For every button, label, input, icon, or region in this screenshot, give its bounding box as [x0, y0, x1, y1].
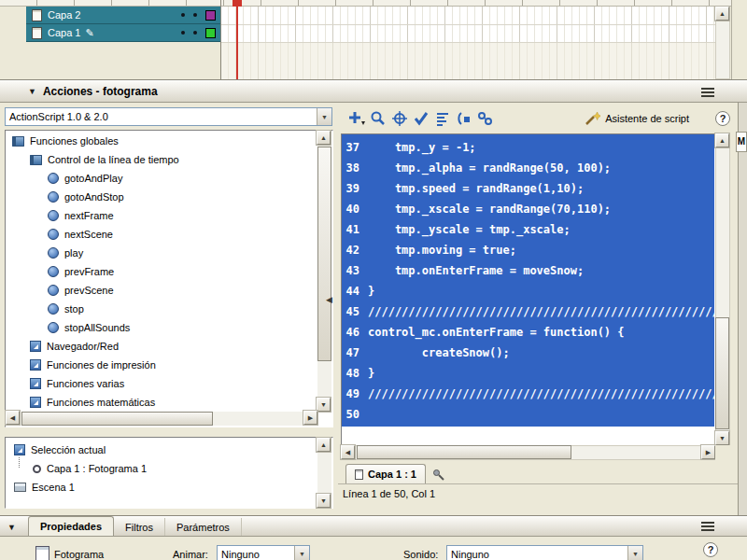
navigator-vscrollbar[interactable]: ▲ ▼ — [317, 439, 331, 507]
chevron-down-icon[interactable]: ▼ — [294, 546, 309, 560]
script-assist-button[interactable]: Asistente de script — [584, 110, 689, 127]
layer-lock-dot[interactable] — [193, 13, 197, 17]
actionscript-version-select[interactable]: ActionScript 1.0 & 2.0 ▼ — [5, 107, 332, 126]
layer-visibility-dot[interactable] — [181, 13, 185, 17]
scroll-thumb[interactable] — [317, 147, 331, 361]
scroll-up-icon[interactable]: ▲ — [715, 7, 729, 21]
scroll-thumb[interactable] — [715, 317, 729, 429]
tree-item[interactable]: Navegador/Red — [7, 337, 317, 356]
docked-panel-edge[interactable] — [738, 103, 747, 516]
navigator-item[interactable]: Escena 1 — [7, 478, 317, 497]
tree-vscrollbar[interactable]: ▲ ▼ — [317, 132, 331, 411]
scroll-up-icon[interactable]: ▲ — [317, 438, 331, 452]
panel-menu-icon[interactable] — [700, 86, 715, 99]
tree-item[interactable]: gotoAndPlay — [7, 169, 317, 188]
tree-item[interactable]: gotoAndStop — [7, 188, 317, 206]
code-line[interactable]: 45//////////////////////////////////////… — [342, 301, 714, 322]
panel-menu-icon[interactable] — [700, 520, 715, 533]
tree-hscrollbar[interactable]: ◀ ▶ — [7, 412, 317, 426]
find-icon[interactable] — [367, 109, 388, 128]
scroll-up-icon[interactable]: ▲ — [317, 131, 331, 145]
code-line-number: 38 — [342, 158, 368, 178]
show-code-hint-icon[interactable] — [453, 109, 474, 128]
tree-item[interactable]: stopAllSounds — [7, 318, 317, 337]
layer-outline-color-swatch[interactable] — [205, 10, 216, 21]
actions-panel-header[interactable]: ▼ Acciones - fotograma — [0, 80, 747, 103]
playhead-handle[interactable] — [233, 0, 242, 7]
tab-parametros[interactable]: Parámetros — [165, 518, 242, 536]
tree-item[interactable]: Funciones globales — [7, 132, 317, 150]
insert-target-path-icon[interactable] — [388, 109, 410, 128]
code-line[interactable]: 39 tmp.speed = randRange(1,10); — [342, 178, 714, 199]
code-text: tmp.moving = true; — [368, 244, 516, 257]
add-script-icon[interactable] — [345, 109, 367, 128]
timeline-scrollbar[interactable]: ▲ — [715, 7, 730, 79]
collapse-triangle-icon[interactable]: ▼ — [7, 523, 16, 532]
script-editor[interactable]: 37 tmp._y = -1;38 tmp._alpha = randRange… — [341, 133, 715, 445]
chevron-down-icon[interactable]: ▼ — [627, 546, 642, 560]
tree-item[interactable]: play — [7, 244, 317, 262]
timeline-ruler[interactable] — [0, 0, 747, 7]
scroll-down-icon[interactable]: ▼ — [317, 494, 331, 508]
sonido-select[interactable]: Ninguno ▼ — [446, 545, 643, 560]
scroll-left-icon[interactable]: ◀ — [6, 411, 20, 425]
code-line[interactable]: 37 tmp._y = -1; — [342, 137, 714, 158]
code-line[interactable]: 42 tmp.moving = true; — [342, 240, 714, 260]
scroll-thumb[interactable] — [357, 445, 571, 459]
editor-vscrollbar[interactable]: ▲ ▼ — [715, 133, 730, 445]
timeline-layer-row[interactable]: Capa 2 — [26, 7, 220, 24]
tree-item[interactable]: nextFrame — [7, 206, 317, 225]
code-line[interactable]: 40 tmp._xscale = randRange(70,110); — [342, 199, 714, 219]
layer-visibility-dot[interactable] — [181, 31, 185, 35]
code-text: tmp._y = -1; — [368, 141, 476, 154]
code-line[interactable]: 50 — [342, 404, 714, 425]
timeline-layer-row[interactable]: Capa 1✎ — [26, 24, 220, 42]
animar-select[interactable]: Ninguno ▼ — [217, 545, 310, 560]
code-line[interactable]: 38 tmp._alpha = randRange(50, 100); — [342, 158, 714, 178]
code-line[interactable]: 44} — [342, 281, 714, 301]
code-line[interactable]: 48} — [342, 363, 714, 384]
tree-item[interactable]: prevFrame — [7, 262, 317, 281]
splitter-collapse-icon[interactable]: ◀ — [326, 295, 332, 304]
playhead-line[interactable] — [236, 0, 238, 79]
tab-propiedades[interactable]: Propiedades — [28, 516, 114, 536]
scroll-down-icon[interactable]: ▼ — [715, 431, 729, 445]
check-syntax-icon[interactable] — [410, 109, 431, 128]
scroll-thumb[interactable] — [21, 412, 213, 426]
editor-hscrollbar[interactable]: ◀ ▶ — [341, 445, 715, 460]
tree-item[interactable]: Funciones matemáticas — [7, 393, 317, 411]
tree-item[interactable]: nextScene — [7, 225, 317, 244]
tree-item[interactable]: Funciones varias — [7, 374, 317, 393]
debug-options-icon[interactable] — [474, 109, 496, 128]
code-line[interactable]: 47 createSnow(); — [342, 343, 714, 363]
pin-script-icon[interactable] — [431, 465, 445, 483]
chevron-down-icon[interactable]: ▼ — [317, 108, 331, 125]
script-tab[interactable]: Capa 1 : 1 — [345, 464, 426, 483]
tree-item[interactable]: prevScene — [7, 281, 317, 300]
code-line[interactable]: 43 tmp.onEnterFrame = moveSnow; — [342, 260, 714, 281]
layer-lock-dot[interactable] — [193, 31, 197, 35]
code-line[interactable]: 49//////////////////////////////////////… — [342, 384, 714, 404]
collapse-triangle-icon[interactable]: ▼ — [28, 87, 36, 96]
code-line-number: 42 — [342, 240, 368, 260]
scroll-up-icon[interactable]: ▲ — [715, 133, 729, 147]
help-icon[interactable]: ? — [703, 542, 718, 557]
docked-panel-tab[interactable]: M — [736, 132, 747, 152]
scroll-right-icon[interactable]: ▶ — [701, 445, 715, 459]
scroll-down-icon[interactable]: ▼ — [317, 398, 331, 412]
code-line-number: 47 — [342, 343, 368, 363]
help-icon[interactable]: ? — [715, 111, 730, 126]
layer-outline-color-swatch[interactable] — [205, 28, 216, 38]
scroll-left-icon[interactable]: ◀ — [341, 445, 355, 459]
navigator-item[interactable]: Capa 1 : Fotograma 1 — [7, 459, 317, 478]
code-line[interactable]: 46control_mc.onEnterFrame = function() { — [342, 322, 714, 343]
timeline-frames-grid[interactable] — [221, 7, 715, 80]
tree-item[interactable]: stop — [7, 300, 317, 318]
tree-item[interactable]: Control de la línea de tiempo — [7, 150, 317, 169]
tree-item[interactable]: Funciones de impresión — [7, 356, 317, 374]
code-line[interactable]: 41 tmp._yscale = tmp._xscale; — [342, 219, 714, 240]
tab-filtros[interactable]: Filtros — [114, 518, 165, 536]
scroll-right-icon[interactable]: ▶ — [303, 411, 317, 425]
navigator-item[interactable]: Selección actual — [7, 441, 317, 459]
auto-format-icon[interactable] — [431, 109, 453, 128]
